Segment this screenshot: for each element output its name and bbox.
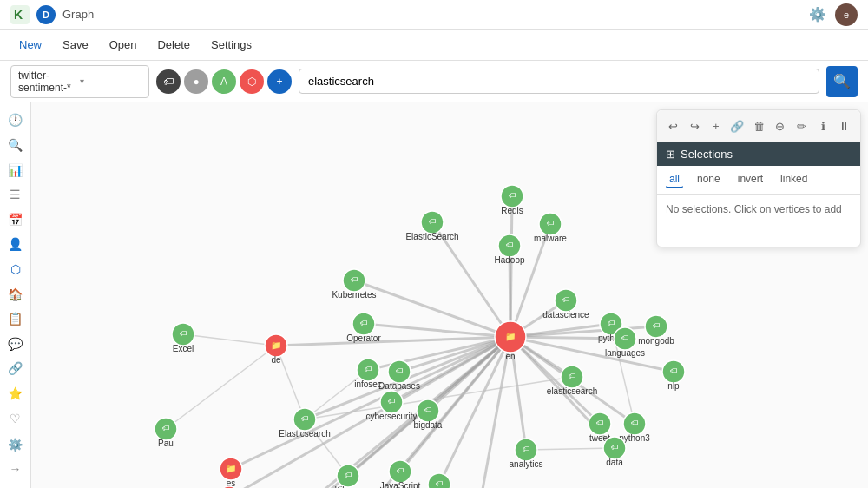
tab-all[interactable]: all <box>666 171 683 188</box>
sidebar-graph-icon[interactable]: ⬡ <box>3 259 28 280</box>
sidebar-expand-icon[interactable]: → <box>3 457 28 481</box>
svg-text:🏷: 🏷 <box>365 365 372 373</box>
tab-invert[interactable]: invert <box>734 171 766 188</box>
graph-node-elasticsearch_top[interactable]: 🏷ElasticSearch <box>405 211 458 241</box>
graph-node-data[interactable]: 🏷data <box>603 437 626 467</box>
svg-text:🏷: 🏷 <box>436 479 444 488</box>
user-avatar[interactable]: e <box>835 3 858 26</box>
menu-open[interactable]: Open <box>101 35 146 55</box>
graph-node-analytics[interactable]: 🏷analytics <box>510 439 543 469</box>
sidebar-search-icon[interactable]: 🔍 <box>3 135 28 156</box>
svg-text:🏷: 🏷 <box>424 406 432 414</box>
graph-area[interactable]: 🏷Redis🏷malware🏷ElasticSearch🏷Hadoop🏷Kube… <box>31 102 868 488</box>
app-title: Graph <box>62 8 94 21</box>
main-area: 🕐 🔍 📊 ☰ 📅 👤 ⬡ 🏠 📋 💬 🔗 ⭐ ♡ ⚙️ → 🏷Redis🏷ma… <box>0 102 868 488</box>
selections-empty-message: No selections. Click on vertices to add <box>666 203 842 215</box>
svg-line-28 <box>166 346 276 429</box>
sidebar-list-icon[interactable]: 📋 <box>3 308 28 330</box>
add-selection-icon[interactable]: + <box>707 115 725 136</box>
menu-save[interactable]: Save <box>54 35 97 55</box>
svg-text:infosec: infosec <box>354 379 382 389</box>
graph-node-redis[interactable]: 🏷Redis <box>501 185 523 215</box>
sidebar-chat-icon[interactable]: 💬 <box>3 333 28 354</box>
selections-tabs: all none invert linked <box>657 166 860 195</box>
svg-text:K: K <box>14 8 23 22</box>
selections-toolbar: ↩ ↪ + 🔗 🗑 ⊖ ✏ ℹ ⏸ <box>657 110 860 142</box>
sidebar-person-icon[interactable]: 👤 <box>3 234 28 255</box>
graph-node-es[interactable]: 📁es <box>220 458 242 488</box>
sidebar-table-icon[interactable]: ☰ <box>3 184 28 206</box>
delete-selection-icon[interactable]: 🗑 <box>750 115 768 136</box>
selections-panel: ↩ ↪ + 🔗 🗑 ⊖ ✏ ℹ ⏸ ⊞ Selections all none … <box>656 109 861 247</box>
title-bar: K D Graph ⚙️ e <box>0 0 868 30</box>
graph-node-bigdata[interactable]: 🏷bigdata <box>414 399 443 430</box>
tab-linked[interactable]: linked <box>777 171 811 188</box>
graph-node-en[interactable]: 📁en <box>495 321 526 361</box>
filter-green-icon[interactable]: A <box>212 69 236 94</box>
svg-text:🏷: 🏷 <box>523 445 530 453</box>
graph-node-nlp[interactable]: 🏷nlp <box>662 360 685 391</box>
filter-tag-icon[interactable]: 🏷 <box>156 69 181 94</box>
graph-node-de[interactable]: 📁de <box>265 334 287 365</box>
svg-text:🏷: 🏷 <box>653 321 661 330</box>
graph-node-excel[interactable]: 🏷Excel <box>172 323 194 353</box>
svg-text:🏷: 🏷 <box>509 191 516 200</box>
tab-none[interactable]: none <box>694 171 724 188</box>
svg-line-10 <box>364 324 510 337</box>
svg-text:Pau: Pau <box>158 439 174 448</box>
sidebar-bar-chart-icon[interactable]: 📊 <box>3 159 28 181</box>
graph-node-javascript[interactable]: 🏷JavaScript <box>380 460 421 488</box>
graph-node-operator[interactable]: 🏷Operator <box>346 313 381 343</box>
pause-icon[interactable]: ⏸ <box>835 115 853 136</box>
menu-delete[interactable]: Delete <box>148 35 199 55</box>
svg-text:🏷: 🏷 <box>631 419 639 427</box>
svg-text:de: de <box>271 355 281 365</box>
svg-text:languages: languages <box>605 348 645 358</box>
sidebar-gear-icon[interactable]: ⚙️ <box>3 432 28 457</box>
graph-node-mongodb[interactable]: 🏷mongodb <box>638 315 674 346</box>
graph-node-datacience[interactable]: 🏷datascience <box>542 289 589 320</box>
svg-text:🏷: 🏷 <box>396 366 404 375</box>
filter-node-icon[interactable]: ● <box>184 69 208 94</box>
svg-text:🏷: 🏷 <box>351 275 358 284</box>
svg-text:Redis: Redis <box>501 206 523 215</box>
graph-node-kubernetes[interactable]: 🏷Kubernetes <box>332 269 376 300</box>
graph-node-malware[interactable]: 🏷malware <box>534 213 567 243</box>
search-button[interactable]: 🔍 <box>826 66 858 97</box>
chevron-down-icon: ▾ <box>80 76 141 86</box>
graph-node-bi[interactable]: 🏷BI <box>428 473 450 488</box>
settings-gear-icon[interactable]: ⚙️ <box>809 6 826 23</box>
filter-red-icon[interactable]: ⬡ <box>240 69 264 94</box>
svg-text:Excel: Excel <box>173 344 194 353</box>
svg-text:🏷: 🏷 <box>345 471 352 479</box>
menu-new[interactable]: New <box>10 35 50 55</box>
undo-icon[interactable]: ↩ <box>664 115 682 136</box>
info-icon[interactable]: ℹ <box>814 115 832 136</box>
graph-node-hadoop[interactable]: 🏷Hadoop <box>494 234 524 265</box>
index-selector[interactable]: twitter-sentiment-* ▾ <box>10 65 149 98</box>
toolbar: twitter-sentiment-* ▾ 🏷 ● A ⬡ + 🔍 <box>0 61 868 102</box>
filter-add-icon[interactable]: + <box>267 69 292 94</box>
svg-text:🏷: 🏷 <box>180 329 187 338</box>
redo-icon[interactable]: ↪ <box>686 115 704 136</box>
svg-text:🏷: 🏷 <box>611 443 619 452</box>
sidebar-clock-icon[interactable]: 🕐 <box>3 109 28 131</box>
search-input[interactable] <box>299 69 819 94</box>
pencil-icon[interactable]: ✏ <box>792 115 811 136</box>
sidebar-calendar-icon[interactable]: 📅 <box>3 208 28 230</box>
graph-node-pau[interactable]: 🏷Pau <box>155 418 177 448</box>
svg-text:elasticsearch: elasticsearch <box>547 386 597 396</box>
menu-settings[interactable]: Settings <box>202 35 260 55</box>
svg-text:📁: 📁 <box>226 463 237 474</box>
sidebar-link-icon[interactable]: 🔗 <box>3 358 28 379</box>
circle-minus-icon[interactable]: ⊖ <box>771 115 789 136</box>
svg-text:malware: malware <box>534 234 567 243</box>
svg-text:en: en <box>505 352 515 361</box>
sidebar-home-icon[interactable]: 🏠 <box>3 283 28 305</box>
sidebar-star-icon[interactable]: ⭐ <box>3 383 28 405</box>
sidebar-heart-icon[interactable]: ♡ <box>3 407 28 429</box>
svg-text:🏷: 🏷 <box>429 217 437 226</box>
graph-node-infosec[interactable]: 🏷infosec <box>354 359 382 389</box>
svg-text:🏷: 🏷 <box>569 372 576 380</box>
link-selection-icon[interactable]: 🔗 <box>728 115 746 136</box>
